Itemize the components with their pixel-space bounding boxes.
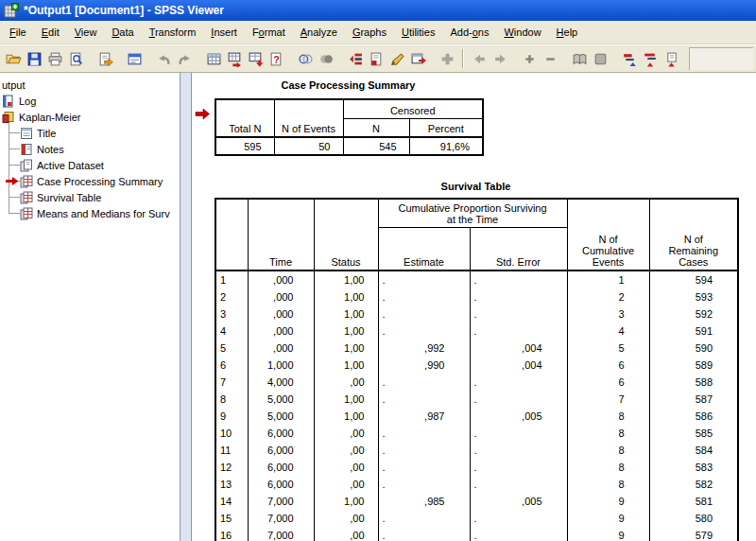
table-cell: 591 — [649, 323, 738, 340]
outline-item-active-dataset[interactable]: Active Dataset — [0, 157, 180, 173]
hide-output-icon[interactable] — [590, 49, 610, 69]
table-cell: 3 — [215, 305, 248, 323]
table-cell: 593 — [649, 288, 738, 305]
survival-table[interactable]: Time Status Cumulative Proportion Surviv… — [215, 198, 739, 541]
menu-item-window[interactable]: Window — [496, 23, 548, 42]
redo-icon[interactable] — [174, 49, 195, 69]
table-cell: ,004 — [470, 340, 567, 357]
outline-item-log[interactable]: Log — [0, 93, 180, 109]
outline-item-survival-table[interactable]: Survival Table — [0, 189, 180, 205]
outline-item-means-and-medians-for-surv[interactable]: Means and Medians for Surv — [0, 205, 180, 221]
save-icon[interactable] — [24, 49, 44, 69]
insert-object-icon[interactable] — [407, 49, 428, 69]
open-file-icon[interactable] — [3, 49, 24, 69]
table-cell: 592 — [649, 305, 738, 323]
use-variable-sets-icon[interactable]: ? — [266, 49, 286, 69]
table-cell: 583 — [649, 459, 738, 476]
menu-item-edit[interactable]: Edit — [34, 23, 67, 42]
title-icon — [20, 127, 34, 140]
table-cell: 9 — [567, 510, 649, 527]
table-cell: . — [378, 442, 470, 459]
table-row: 61,0001,00,990,0046589 — [215, 357, 738, 374]
menu-item-graphs[interactable]: Graphs — [345, 23, 394, 42]
outline-item-utput[interactable]: utput — [0, 77, 180, 93]
case-processing-summary-table[interactable]: Total N N of Events Censored N Percent 5… — [215, 98, 484, 156]
table-row: 126,000,00..8583 — [215, 459, 738, 476]
table-cell: . — [378, 288, 470, 305]
next-output-icon[interactable] — [490, 49, 510, 69]
table-cell: 8 — [567, 476, 649, 493]
table-cell: 590 — [649, 340, 738, 357]
col-header-n-of-events: N of Events — [274, 99, 343, 137]
table-cell: . — [470, 476, 567, 493]
insert-cases-icon[interactable] — [345, 49, 366, 69]
table-cell: 579 — [649, 527, 738, 541]
tree-connector — [9, 132, 20, 133]
menu-item-file[interactable]: File — [2, 23, 34, 42]
menu-item-format[interactable]: Format — [245, 23, 293, 42]
designate-window-icon[interactable] — [387, 49, 407, 69]
find-icon[interactable] — [295, 49, 316, 69]
export-output-icon[interactable] — [94, 49, 115, 69]
toolbar-gap — [195, 59, 203, 60]
dataset-icon — [20, 159, 34, 172]
outline-item-title[interactable]: Title — [0, 125, 180, 141]
show-output-icon[interactable] — [569, 49, 590, 69]
case-processing-summary-title: Case Processing Summary — [215, 79, 482, 91]
col-header-time: Time — [248, 199, 314, 270]
table-cell: 4 — [567, 323, 649, 340]
menu-item-add-ons[interactable]: Add-ons — [442, 23, 496, 42]
menu-item-help[interactable]: Help — [549, 23, 586, 42]
menu-item-analyze[interactable]: Analyze — [293, 23, 345, 42]
goto-data-icon[interactable] — [203, 49, 224, 69]
table-cell: 585 — [649, 425, 738, 442]
outline-item-notes[interactable]: Notes — [0, 141, 180, 157]
table-cell: . — [470, 288, 567, 305]
variables-icon[interactable] — [245, 49, 266, 69]
table-cell: 6 — [567, 357, 649, 374]
col-header-total-n: Total N — [215, 99, 274, 137]
table-cell: . — [470, 425, 567, 442]
n-of-events-value: 50 — [274, 137, 343, 155]
table-cell: 5,000 — [248, 391, 314, 408]
print-preview-icon[interactable] — [65, 49, 86, 69]
outline-item-case-processing-summary[interactable]: Case Processing Summary — [0, 173, 180, 189]
insert-heading-icon[interactable] — [437, 49, 457, 69]
menu-item-data[interactable]: Data — [104, 23, 141, 42]
title-bar[interactable]: *Output1 [Document1] - SPSS Viewer — [0, 0, 756, 21]
menu-item-transform[interactable]: Transform — [142, 23, 204, 42]
demote-output-icon[interactable] — [640, 49, 661, 69]
dialog-recall-icon[interactable] — [124, 49, 145, 69]
expand-output-icon[interactable] — [519, 49, 540, 69]
menu-item-utilities[interactable]: Utilities — [394, 23, 442, 42]
select-cases-icon[interactable] — [316, 49, 336, 69]
promote-output-icon[interactable] — [619, 49, 640, 69]
outline-pane[interactable]: utputLogKaplan-MeierTitleNotesActive Dat… — [0, 73, 180, 541]
table-row: 74,000,00..6588 — [215, 374, 738, 391]
move-output-up-icon[interactable] — [661, 49, 681, 69]
toolbar-gap — [428, 59, 437, 60]
goto-case-icon[interactable] — [224, 49, 245, 69]
table-cell: ,990 — [378, 357, 470, 374]
table-cell: 586 — [649, 408, 738, 425]
outline-item-kaplan-meier[interactable]: Kaplan-Meier — [0, 109, 180, 125]
selected-item-arrow — [6, 176, 19, 186]
print-icon[interactable] — [44, 49, 65, 69]
table-row: 106,000,00..8585 — [215, 425, 738, 442]
toolbar-gap — [115, 59, 124, 60]
spss-viewer-window: { "window": { "title": "*Output1 [Docume… — [0, 0, 756, 541]
select-last-output-icon[interactable] — [366, 49, 387, 69]
table-cell: . — [378, 374, 470, 391]
pane-splitter[interactable] — [180, 73, 192, 541]
prev-output-icon[interactable] — [469, 49, 490, 69]
output-pane[interactable]: Case Processing Summary Total N N of Eve… — [192, 73, 756, 541]
menu-item-insert[interactable]: Insert — [203, 23, 245, 42]
collapse-output-icon[interactable] — [540, 49, 560, 69]
table-cell: . — [378, 459, 470, 476]
table-cell: . — [378, 527, 470, 541]
survival-table-title: Survival Table — [215, 181, 737, 192]
menu-item-view[interactable]: View — [67, 23, 105, 42]
table-cell: 1,00 — [314, 305, 378, 323]
table-cell: 10 — [215, 425, 248, 442]
undo-icon[interactable] — [153, 49, 174, 69]
